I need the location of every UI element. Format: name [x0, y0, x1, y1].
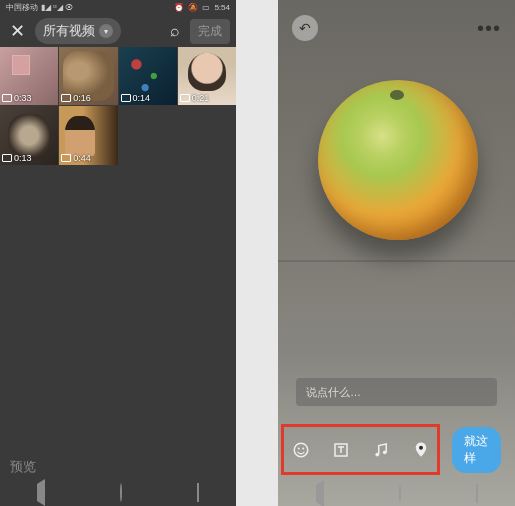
mute-icon: 🔕 — [188, 3, 198, 12]
video-duration: 0:16 — [73, 93, 91, 103]
nav-home-icon[interactable] — [120, 484, 122, 502]
close-button[interactable]: ✕ — [6, 18, 29, 44]
system-navbar — [278, 482, 515, 506]
video-icon — [2, 154, 12, 162]
chevron-down-icon: ▾ — [99, 24, 113, 38]
video-duration: 0:13 — [14, 153, 32, 163]
nav-back-icon[interactable] — [316, 485, 324, 503]
preview-label[interactable]: 预览 — [10, 458, 36, 476]
nav-home-icon[interactable] — [399, 485, 401, 503]
album-dropdown-label: 所有视频 — [43, 22, 95, 40]
search-icon[interactable]: ⌕ — [166, 18, 184, 44]
svg-point-2 — [302, 448, 304, 450]
video-thumb[interactable]: 0:21 — [178, 47, 236, 105]
undo-icon: ↶ — [299, 20, 311, 36]
more-button[interactable]: ••• — [477, 17, 501, 40]
carrier-label: 中国移动 — [6, 2, 38, 13]
video-duration: 0:14 — [133, 93, 151, 103]
video-duration: 0:21 — [192, 93, 210, 103]
undo-button[interactable]: ↶ — [292, 15, 318, 41]
music-icon[interactable] — [372, 440, 390, 460]
photo-subject-orange — [318, 80, 478, 240]
svg-point-0 — [294, 443, 308, 457]
video-icon — [180, 94, 190, 102]
svg-point-4 — [375, 453, 379, 457]
battery-icon: ▭ — [202, 3, 210, 12]
video-duration: 0:33 — [14, 93, 32, 103]
caption-placeholder: 说点什么… — [306, 385, 361, 400]
video-thumb[interactable]: 0:33 — [0, 47, 58, 105]
video-thumb[interactable]: 0:14 — [119, 47, 177, 105]
emoji-icon[interactable] — [292, 440, 310, 460]
svg-point-6 — [419, 446, 423, 450]
video-thumb[interactable]: 0:44 — [59, 106, 117, 164]
status-bar: 中国移动 ▮◢ ᶦᶦ◢ ⦿ ⏰ 🔕 ▭ 5:54 — [0, 0, 236, 15]
text-icon[interactable] — [332, 440, 350, 460]
video-picker-screen: 中国移动 ▮◢ ᶦᶦ◢ ⦿ ⏰ 🔕 ▭ 5:54 ✕ 所有视频 ▾ ⌕ 完成 0… — [0, 0, 236, 506]
video-icon — [121, 94, 131, 102]
system-navbar — [0, 480, 236, 506]
location-icon[interactable] — [412, 440, 430, 460]
editor-toolbar: 就这样 — [278, 428, 515, 472]
caption-input[interactable]: 说点什么… — [296, 378, 497, 406]
clock-time: 5:54 — [214, 3, 230, 12]
video-grid: 0:33 0:16 0:14 0:21 0:13 0:44 — [0, 47, 236, 165]
video-thumb[interactable]: 0:13 — [0, 106, 58, 164]
video-icon — [61, 154, 71, 162]
svg-point-1 — [298, 448, 300, 450]
nav-back-icon[interactable] — [37, 484, 45, 502]
album-dropdown[interactable]: 所有视频 ▾ — [35, 18, 121, 44]
video-thumb[interactable]: 0:16 — [59, 47, 117, 105]
alarm-icon: ⏰ — [174, 3, 184, 12]
video-icon — [61, 94, 71, 102]
done-button[interactable]: 完成 — [190, 19, 230, 44]
editor-top-bar: ↶ ••• — [278, 8, 515, 48]
nav-recent-icon[interactable] — [476, 485, 478, 503]
publish-button[interactable]: 就这样 — [452, 427, 501, 473]
video-icon — [2, 94, 12, 102]
post-editor-screen: ↶ ••• 说点什么… 就这样 — [278, 0, 515, 506]
video-duration: 0:44 — [73, 153, 91, 163]
picker-header: ✕ 所有视频 ▾ ⌕ 完成 — [0, 15, 236, 47]
svg-point-5 — [383, 450, 387, 454]
nav-recent-icon[interactable] — [197, 484, 199, 502]
signal-icons: ▮◢ ᶦᶦ◢ ⦿ — [41, 3, 73, 12]
